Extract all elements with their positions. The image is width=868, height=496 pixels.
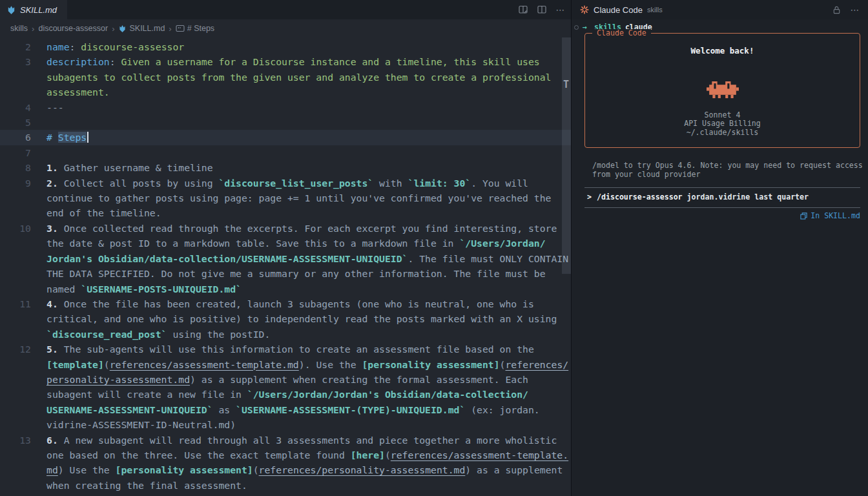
prompt-input[interactable]: > /discourse-assessor jordan.vidrine las… xyxy=(584,187,860,208)
code-segment: `discourse_list_user_posts` xyxy=(218,178,373,189)
code-line-4[interactable]: 4-​-​- xyxy=(0,100,571,115)
code-segment: 3. xyxy=(46,223,58,234)
code-segment: `USERNAME-​ASSESSMENT-​(TYPE)-​UNIQUEID.… xyxy=(236,404,465,415)
symbol-string-icon xyxy=(176,25,185,32)
code-line-8[interactable]: 81. Gather username & timeline xyxy=(0,160,571,175)
breadcrumb-separator: › xyxy=(112,24,114,34)
breadcrumb-item-file[interactable]: SKILL.md xyxy=(118,24,165,33)
line-number: 7 xyxy=(0,145,31,160)
breadcrumb-separator: › xyxy=(169,24,171,34)
line-number: 2 xyxy=(0,39,31,54)
code-segment: ). Use the xyxy=(299,359,362,370)
prompt-arrow-icon: → xyxy=(583,23,587,32)
panel-more-icon[interactable]: ⋯ xyxy=(849,3,862,16)
line-number: 9 xyxy=(0,176,31,221)
open-changes-icon[interactable] xyxy=(517,3,530,16)
panel-tab-badge: skills xyxy=(647,6,663,14)
line-content: -​-​- xyxy=(46,100,571,115)
code-line-9[interactable]: 92. Collect all posts by using `discours… xyxy=(0,176,571,221)
code-line-7[interactable]: 7 xyxy=(0,145,571,160)
tab-skill-md[interactable]: SKILL.md xyxy=(0,0,67,19)
slash-command: /discourse-assessor xyxy=(597,193,683,202)
model-notice: /model to try Opus 4.6. Note: you may ne… xyxy=(592,161,863,179)
code-line-12[interactable]: 125. The sub-​agents will use this infor… xyxy=(0,342,571,432)
line-number: 4 xyxy=(0,100,31,115)
code-segment: The sub-​agents will use this informatio… xyxy=(58,344,540,355)
code-segment: 1. xyxy=(46,162,58,173)
panel-tab-bar: Claude Code skills ⋯ xyxy=(572,0,868,19)
terminal-content: → skills claude Claude Code Welcome back… xyxy=(572,19,868,220)
editor-scrollbar[interactable] xyxy=(562,37,571,274)
code-line-10[interactable]: 103. Once collected read through the exc… xyxy=(0,221,571,296)
code-segment: Collect all posts by using xyxy=(58,178,219,189)
split-editor-icon[interactable] xyxy=(535,3,548,16)
code-line-3[interactable]: 3description: Given a username for a Dis… xyxy=(0,54,571,99)
scrollbar-overlay-glyph: T xyxy=(563,78,569,92)
tab-bar: SKILL.md ⋯ xyxy=(0,0,868,19)
session-info: Sonnet 4 API Usage Billing ~/.claude/ski… xyxy=(592,111,853,138)
tab-label: SKILL.md xyxy=(20,5,57,15)
line-content xyxy=(46,145,571,160)
markdown-icon xyxy=(118,25,127,33)
code-line-5[interactable]: 5 xyxy=(0,115,571,130)
context-chip-label: In SKILL.md xyxy=(811,212,860,221)
line-content: 6. A new subagent will read through all … xyxy=(46,433,571,493)
claude-welcome-box: Claude Code Welcome back! xyxy=(584,33,860,148)
editor-actions: ⋯ xyxy=(517,0,567,19)
code-segment: `limit: 30` xyxy=(408,178,471,189)
code-segment: 5. xyxy=(46,344,58,355)
code-line-2[interactable]: 2name: discourse-​assessor xyxy=(0,39,571,54)
terminal-panel[interactable]: → skills claude Claude Code Welcome back… xyxy=(572,19,868,496)
line-content xyxy=(46,115,571,130)
command-decoration-icon[interactable] xyxy=(574,25,579,30)
line-number: 11 xyxy=(0,296,31,342)
editor-lines: 2name: discourse-​assessor3description: … xyxy=(0,39,571,493)
line-content: 3. Once collected read through the excer… xyxy=(46,221,571,296)
welcome-box-label: Claude Code xyxy=(592,29,651,38)
line-content: 1. Gather username & timeline xyxy=(46,160,571,175)
breadcrumb-item-folder[interactable]: discourse-assessor xyxy=(38,24,108,33)
line-number: 10 xyxy=(0,221,31,296)
markdown-link[interactable]: references/​personality-​assessment.​md xyxy=(259,464,466,475)
code-line-6[interactable]: 6# Steps xyxy=(0,130,571,145)
breadcrumb: skills › discourse-assessor › SKILL.md › xyxy=(0,19,571,37)
breadcrumb-item-skills[interactable]: skills xyxy=(10,24,28,33)
text-cursor xyxy=(87,132,88,143)
editor-tab-strip: SKILL.md ⋯ xyxy=(0,0,572,19)
model-name: Sonnet 4 xyxy=(592,111,853,120)
panel-actions: ⋯ xyxy=(830,3,862,16)
line-number: 8 xyxy=(0,160,31,175)
code-segment: [here] xyxy=(351,450,385,460)
code-segment: Steps xyxy=(58,132,87,143)
code-segment: [personality assessment] xyxy=(116,464,253,475)
code-segment: `USERNAME-​POSTS-​UNIQUEID.​md` xyxy=(81,284,242,294)
code-line-11[interactable]: 114. Once the file has been created, lau… xyxy=(0,296,571,342)
breadcrumb-item-symbol[interactable]: # Steps xyxy=(176,24,214,33)
input-prompt-icon: > xyxy=(587,193,592,202)
line-number: 12 xyxy=(0,342,31,432)
code-segment: # xyxy=(46,132,58,143)
more-actions-icon[interactable]: ⋯ xyxy=(554,3,567,16)
code-line-13[interactable]: 136. A new subagent will read through al… xyxy=(0,433,571,493)
panel-tab-title[interactable]: Claude Code xyxy=(594,5,643,15)
line-number: 13 xyxy=(0,433,31,493)
editor-viewport[interactable]: 2name: discourse-​assessor3description: … xyxy=(0,37,571,496)
lock-icon[interactable] xyxy=(830,3,843,16)
line-number: 5 xyxy=(0,115,31,130)
code-segment: ( xyxy=(385,450,391,460)
markdown-link[interactable]: references/​assessment-​template.​md xyxy=(110,359,299,370)
claude-logo xyxy=(592,80,853,99)
working-directory: ~/.claude/skills xyxy=(592,129,853,138)
code-segment: ( xyxy=(104,359,110,370)
code-segment: : xyxy=(110,56,116,67)
code-segment: -​-​- xyxy=(46,102,64,113)
code-segment: ) Use the xyxy=(58,464,116,475)
markdown-icon xyxy=(6,5,16,15)
claude-starburst-icon xyxy=(580,5,589,14)
code-segment: with xyxy=(373,178,408,189)
breadcrumb-separator: › xyxy=(32,24,34,34)
context-chip[interactable]: In SKILL.md xyxy=(584,212,860,221)
code-segment: 2. xyxy=(46,178,58,189)
welcome-text: Welcome back! xyxy=(592,46,853,56)
line-content: 2. Collect all posts by using `discourse… xyxy=(46,176,571,221)
